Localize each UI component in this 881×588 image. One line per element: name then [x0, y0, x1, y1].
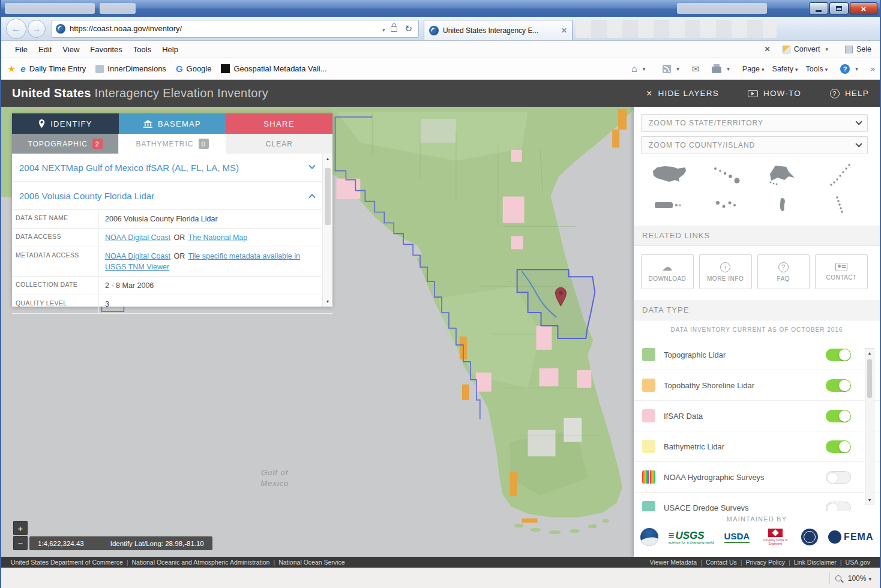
browser-tab[interactable]: United States Interagency E... ✕ — [424, 20, 573, 40]
maximize-button[interactable] — [829, 2, 849, 14]
legend-toggle[interactable] — [826, 379, 851, 392]
contact-button[interactable]: CONTACT — [815, 254, 868, 289]
panel-scrollbar[interactable]: ▲ ▼ — [322, 154, 332, 307]
accordion-volusia-lidar[interactable]: 2006 Volusia County Florida Lidar — [12, 182, 332, 210]
territory-icon-guam[interactable] — [754, 190, 811, 220]
menu-help[interactable]: Help — [157, 43, 184, 56]
footer-noaa-link[interactable]: National Oceanic and Atmospheric Adminis… — [131, 559, 269, 566]
table-row: DATA ACCESS NOAA Digital Coast OR The Na… — [12, 229, 332, 247]
territory-icon-alaska[interactable] — [754, 160, 811, 190]
footer-nos-link[interactable]: National Ocean Service — [278, 559, 344, 566]
legend-toggle[interactable] — [826, 410, 851, 422]
scroll-up-icon[interactable]: ▲ — [326, 157, 330, 161]
help-menu-button[interactable] — [835, 62, 863, 76]
territory-icon-northern-mariana-islands[interactable] — [811, 190, 868, 220]
footer-doc-link[interactable]: United States Department of Commerce — [11, 559, 123, 566]
menu-favorites[interactable]: Favorites — [85, 43, 127, 56]
legend-row-usace-dredge-surveys: USACE Dredge Surveys — [634, 493, 880, 511]
address-dropdown-caret-icon[interactable] — [379, 23, 389, 34]
accordion-nextmap-gulf[interactable]: 2004 NEXTMap Gulf of Mexico IfSAR (AL, F… — [12, 154, 332, 182]
home-menu-button[interactable]: ⌂ — [627, 61, 650, 77]
menu-file[interactable]: File — [10, 43, 33, 56]
minimize-button[interactable] — [809, 2, 828, 14]
territory-icon-hawaii[interactable] — [698, 160, 755, 190]
territory-icon-conus[interactable] — [641, 160, 698, 190]
usda-logo[interactable]: USDA — [724, 531, 750, 543]
footer-usa-gov-link[interactable]: USA.gov — [846, 559, 870, 566]
territory-icon-us-virgin-islands[interactable] — [698, 190, 755, 220]
help-button[interactable]: HELP — [830, 89, 869, 98]
zoom-in-button[interactable]: + — [13, 521, 28, 535]
toolbar-overflow-icon[interactable]: » — [871, 64, 875, 73]
hide-layers-button[interactable]: × HIDE LAYERS — [646, 89, 719, 98]
convert-button[interactable]: Convert — [778, 43, 833, 56]
how-to-button[interactable]: HOW-TO — [748, 89, 801, 98]
commerce-seal-logo[interactable] — [801, 529, 818, 545]
footer-contact-us-link[interactable]: Contact Us — [706, 559, 737, 566]
metadata-noaa-digital-coast-link[interactable]: NOAA Digital Coast — [105, 252, 170, 260]
tab-basemap[interactable]: BASEMAP — [119, 113, 226, 134]
subtab-clear[interactable]: CLEAR — [226, 134, 332, 154]
toolbar-close-icon[interactable]: ✕ — [765, 45, 771, 53]
legend-scrollbar[interactable]: ▲ ▼ — [865, 348, 874, 505]
more-info-button[interactable]: i MORE INFO — [699, 254, 752, 289]
zoom-to-state-dropdown[interactable]: ZOOM TO STATE/TERRITORY — [641, 114, 868, 132]
scrollbar-thumb[interactable] — [867, 359, 872, 398]
scroll-up-icon[interactable]: ▲ — [868, 351, 872, 355]
page-menu-button[interactable]: Page — [742, 65, 765, 73]
tools-menu-button[interactable]: Tools — [806, 65, 828, 73]
feeds-button[interactable] — [658, 62, 684, 76]
legend-toggle[interactable] — [826, 440, 851, 453]
browser-zoom-control[interactable]: 100% — [848, 574, 871, 583]
usace-logo[interactable]: US Army Corps of Engineers — [760, 529, 791, 545]
forward-button[interactable]: → — [28, 20, 46, 38]
usgs-logo[interactable]: USGS science for a changing world — [669, 530, 714, 544]
address-url[interactable]: https://coast.noaa.gov/inventory/ — [70, 24, 379, 33]
menu-view[interactable]: View — [57, 43, 85, 56]
print-button[interactable] — [707, 62, 735, 76]
territory-icon-aleutian-islands[interactable] — [811, 160, 868, 190]
refresh-icon[interactable]: ↻ — [402, 23, 415, 34]
fema-seal-icon — [828, 530, 841, 544]
scroll-down-icon[interactable]: ▼ — [326, 299, 330, 304]
favorite-geospatial-metadata[interactable]: Geospatial Metadata Vali... — [216, 62, 331, 76]
footer-viewer-metadata-link[interactable]: Viewer Metadata — [650, 559, 697, 566]
chevron-down-icon — [855, 140, 862, 147]
read-mail-icon[interactable]: ✉ — [692, 64, 700, 74]
fema-logo[interactable]: FEMA — [828, 530, 873, 544]
tab-identify[interactable]: IDENTIFY — [12, 113, 119, 134]
data-type-legend: Topographic Lidar Topobathy Shoreline Li… — [634, 340, 880, 511]
address-bar[interactable]: https://coast.noaa.gov/inventory/ ↻ — [52, 20, 419, 38]
favorite-google[interactable]: Google — [171, 61, 217, 76]
layers-panel: ZOOM TO STATE/TERRITORY ZOOM TO COUNTY/I… — [634, 107, 880, 557]
noaa-digital-coast-link[interactable]: NOAA Digital Coast — [105, 233, 170, 242]
subtab-bathymetric[interactable]: BATHYMETRIC 0 — [118, 134, 226, 154]
national-map-link[interactable]: The National Map — [188, 233, 248, 242]
favorite-innerdimensions[interactable]: InnerDimensions — [91, 62, 171, 76]
footer-link-disclaimer-link[interactable]: Link Disclaimer — [794, 559, 837, 566]
zoom-out-button[interactable]: − — [13, 536, 28, 550]
legend-toggle[interactable] — [826, 502, 851, 512]
tab-close-icon[interactable]: ✕ — [561, 26, 567, 35]
legend-toggle[interactable] — [826, 471, 851, 484]
scrollbar-thumb[interactable] — [325, 168, 331, 225]
tab-share[interactable]: SHARE — [226, 113, 332, 134]
faq-button[interactable]: ? FAQ — [757, 254, 810, 289]
add-favorite-star-icon[interactable]: ★ — [7, 63, 16, 74]
download-button[interactable]: DOWNLOAD — [641, 254, 694, 289]
menu-edit[interactable]: Edit — [33, 43, 57, 56]
select-button[interactable]: Sele — [840, 43, 876, 56]
menu-tools[interactable]: Tools — [128, 43, 157, 56]
favorite-daily-time-entry[interactable]: Daily Time Entry — [16, 61, 91, 76]
noaa-logo[interactable] — [640, 528, 658, 546]
subtab-topographic[interactable]: TOPOGRAPHIC 2 — [12, 134, 118, 154]
zoom-to-county-dropdown[interactable]: ZOOM TO COUNTY/ISLAND — [641, 136, 868, 154]
back-button[interactable]: ← — [6, 19, 26, 39]
safety-menu-button[interactable]: Safety — [772, 65, 798, 73]
territory-icon-puerto-rico[interactable] — [641, 190, 698, 220]
table-row: COLLECTION DATE 2 - 8 Mar 2006 — [12, 277, 332, 295]
legend-toggle[interactable] — [826, 349, 851, 361]
scroll-down-icon[interactable]: ▼ — [868, 498, 872, 502]
close-button[interactable]: × — [850, 2, 877, 14]
footer-privacy-policy-link[interactable]: Privacy Policy — [746, 559, 785, 566]
